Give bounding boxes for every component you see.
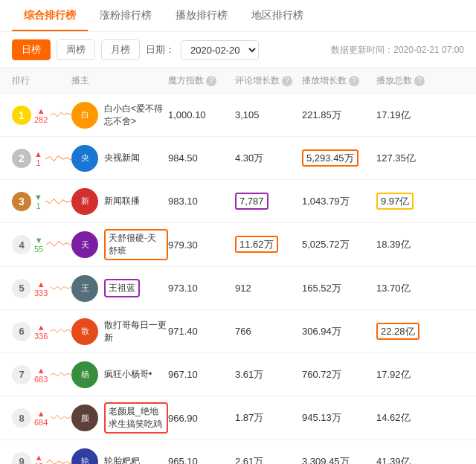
col-rank: 排行	[12, 74, 71, 87]
rank-badge: 9	[12, 452, 31, 465]
play-growth-cell: 306.94万	[302, 325, 376, 338]
play-growth-cell: 221.85万	[302, 109, 376, 122]
rank-cell: 2 ▲ 1	[12, 148, 71, 169]
streamer-name: 天舒很硬-天舒班	[104, 229, 168, 260]
rank-change: ▼ 55	[34, 236, 43, 254]
streamer-cell: 天 天舒很硬-天舒班	[71, 229, 168, 260]
change-arrow: ▲	[37, 366, 45, 375]
rank-badge: 4	[12, 235, 31, 254]
streamer-cell: 白 白小白<爱不得忘不舍>	[71, 102, 168, 129]
rank-cell: 1 ▲ 282	[12, 105, 71, 126]
avatar: 颜	[71, 405, 98, 431]
rank-cell: 9 ▲ 13	[12, 451, 71, 465]
table-row: 4 ▼ 55 天 天舒很硬-天舒班 979.30 11.62万 5,025.72…	[0, 223, 476, 267]
play-total-cell: 17.92亿	[376, 368, 443, 381]
streamer-cell: 杨 疯狂小杨哥•	[71, 361, 168, 388]
play-growth-cell: 1,043.79万	[302, 195, 376, 208]
streamer-cell: 央 央视新闻	[71, 145, 168, 172]
rank-cell: 3 ▼ 1	[12, 191, 71, 212]
streamer-name: 新闻联播	[104, 195, 140, 207]
date-label: 日期：	[146, 43, 175, 57]
header-tabs: 综合排行榜 涨粉排行榜 播放排行榜 地区排行榜	[0, 0, 476, 32]
play-total-cell: 9.97亿	[376, 195, 443, 208]
mini-chart	[45, 191, 71, 212]
rank-badge: 1	[12, 106, 31, 125]
magic-index-cell: 984.50	[168, 152, 235, 164]
play-growth-cell: 5,293.45万	[302, 152, 376, 165]
play-total-cell: 22.28亿	[376, 325, 443, 338]
comment-info-icon: ?	[282, 76, 292, 86]
month-filter-btn[interactable]: 月榜	[101, 39, 140, 60]
comment-cell: 1.87万	[235, 411, 302, 425]
date-select[interactable]: 2020-02-20	[181, 40, 259, 60]
rank-change: ▲ 333	[34, 280, 48, 297]
table-header: 排行 播主 魔方指数 ? 评论增长数 ? 播放增长数 ? 播放总数 ?	[0, 68, 476, 94]
streamer-name: 老颜晨_绝地求生搞笑吃鸡	[104, 402, 168, 434]
change-value: 13	[34, 462, 43, 465]
streamer-name: 轮胎粑粑	[104, 455, 140, 464]
col-play-growth: 播放增长数 ?	[302, 74, 376, 87]
play-growth-cell: 3,309.45万	[302, 455, 376, 465]
change-value: 282	[34, 115, 48, 124]
change-arrow: ▲	[37, 409, 45, 418]
comment-value: 766	[235, 326, 251, 337]
change-arrow: ▲	[37, 280, 45, 289]
table-row: 2 ▲ 1 央 央视新闻 984.50 4.30万 5,293.45万 127.…	[0, 137, 476, 180]
magic-index-cell: 966.90	[168, 413, 235, 424]
change-value: 333	[34, 289, 48, 297]
play-total-cell: 17.19亿	[376, 109, 443, 122]
rank-badge: 8	[12, 408, 31, 428]
streamer-name: 疯狂小杨哥•	[104, 368, 152, 381]
streamer-cell: 新 新闻联播	[71, 188, 168, 215]
rank-badge: 5	[12, 279, 31, 298]
tab-region[interactable]: 地区排行榜	[239, 0, 315, 31]
magic-index-cell: 979.30	[168, 239, 235, 251]
comment-value: 3,105	[235, 109, 260, 120]
magic-index-cell: 967.10	[168, 369, 235, 380]
play-growth-value: 5,025.72万	[302, 239, 350, 250]
change-value: 684	[34, 418, 48, 427]
play-total-value: 41.39亿	[376, 456, 411, 465]
col-play-total: 播放总数 ?	[376, 74, 443, 87]
magic-index-cell: 1,000.10	[168, 109, 235, 120]
streamer-name: 王祖蓝	[104, 279, 140, 297]
comment-value: 2.61万	[235, 456, 263, 465]
update-time: 数据更新时间：2020-02-21 07:00	[331, 44, 464, 57]
play-growth-cell: 5,025.72万	[302, 238, 376, 251]
streamer-cell: 颜 老颜晨_绝地求生搞笑吃鸡	[71, 402, 168, 434]
table-row: 7 ▲ 683 杨 疯狂小杨哥• 967.10 3.61万 760.72万 17…	[0, 353, 476, 396]
play-growth-info-icon: ?	[349, 76, 359, 86]
tab-comprehensive[interactable]: 综合排行榜	[12, 0, 88, 31]
change-arrow: ▲	[37, 106, 45, 115]
magic-info-icon: ?	[206, 76, 216, 86]
mini-chart	[51, 278, 71, 299]
streamer-cell: 轮 轮胎粑粑	[71, 448, 168, 465]
tab-plays[interactable]: 播放排行榜	[164, 0, 239, 31]
tab-fans[interactable]: 涨粉排行榜	[88, 0, 164, 31]
magic-index-cell: 983.10	[168, 196, 235, 207]
comment-cell: 3.61万	[235, 368, 302, 381]
rank-cell: 4 ▼ 55	[12, 234, 71, 255]
play-growth-cell: 760.72万	[302, 368, 376, 381]
change-arrow: ▲	[37, 323, 45, 332]
mini-chart	[45, 148, 71, 169]
filter-bar: 日榜 周榜 月榜 日期： 2020-02-20 数据更新时间：2020-02-2…	[0, 32, 476, 68]
rank-badge: 7	[12, 365, 31, 384]
week-filter-btn[interactable]: 周榜	[57, 39, 95, 60]
rank-change: ▼ 1	[34, 193, 42, 210]
play-growth-value: 306.94万	[302, 326, 341, 337]
play-growth-value: 165.52万	[302, 283, 341, 294]
avatar: 杨	[71, 361, 98, 388]
change-value: 55	[34, 245, 43, 254]
day-filter-btn[interactable]: 日榜	[12, 39, 51, 60]
comment-value: 4.30万	[235, 152, 263, 164]
play-growth-cell: 945.13万	[302, 411, 376, 425]
play-growth-value: 221.85万	[302, 109, 341, 120]
rank-change: ▲ 683	[34, 366, 48, 384]
play-growth-value: 945.13万	[302, 412, 341, 423]
rank-change: ▲ 684	[34, 409, 48, 427]
streamer-name: 央视新闻	[104, 152, 140, 164]
comment-value: 3.61万	[235, 369, 263, 380]
change-value: 683	[34, 375, 48, 384]
streamer-name: 散打哥每日一更新	[104, 319, 168, 344]
